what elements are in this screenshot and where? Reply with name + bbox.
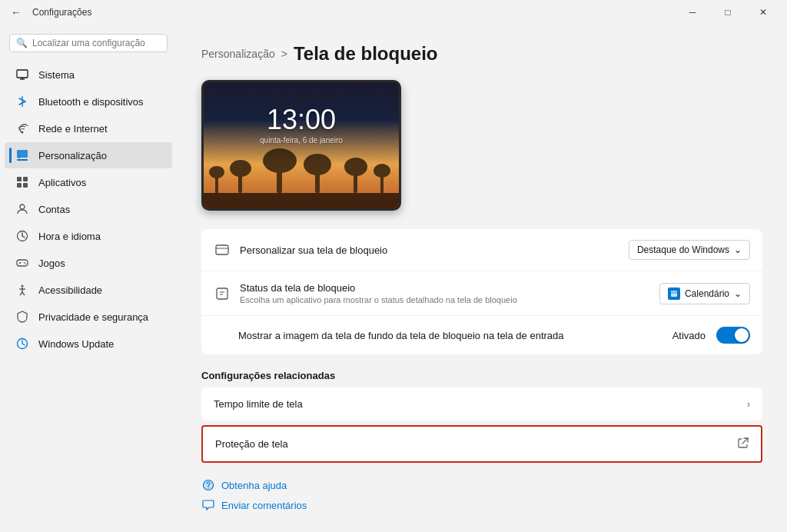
- setting-text: Mostrar a imagem da tela de fundo da tel…: [214, 330, 663, 341]
- svg-rect-16: [17, 260, 28, 266]
- setting-control: Destaque do Windows ⌄: [629, 240, 750, 260]
- status-icon: [214, 285, 231, 302]
- svg-rect-40: [204, 147, 401, 208]
- login-screen-toggle[interactable]: [716, 327, 750, 344]
- sidebar-item-label: Windows Update: [38, 338, 114, 350]
- calendar-icon: [668, 288, 680, 300]
- maximize-button[interactable]: □: [710, 0, 745, 25]
- sidebar-item-label: Hora e idioma: [38, 231, 101, 242]
- external-link-icon: [738, 437, 749, 451]
- related-row-label: Tempo limite de tela: [214, 398, 303, 410]
- personalize-lockscreen-dropdown[interactable]: Destaque do Windows ⌄: [629, 240, 750, 260]
- breadcrumb-parent: Personalização: [201, 48, 275, 60]
- dropdown-value: Calendário: [685, 288, 729, 299]
- breadcrumb-separator: >: [281, 48, 287, 60]
- setting-text: Status da tela de bloqueio Escolha um ap…: [240, 282, 650, 304]
- bluetooth-icon: [15, 95, 29, 108]
- svg-rect-8: [17, 177, 22, 181]
- sidebar-item-label: Personalização: [38, 150, 107, 161]
- page-title: Tela de bloqueio: [294, 43, 438, 65]
- sidebar-item-label: Jogos: [38, 258, 65, 269]
- help-link[interactable]: Obtenha ajuda: [201, 478, 762, 492]
- app-title: Configurações: [32, 7, 91, 18]
- svg-point-4: [22, 131, 24, 134]
- sidebar-item-rede[interactable]: Rede e Internet: [5, 115, 172, 141]
- sidebar: 🔍 Sistema Bluetooth e disposi: [0, 25, 177, 532]
- feedback-link[interactable]: Enviar comentários: [201, 498, 762, 512]
- personalize-icon: [15, 148, 29, 162]
- sidebar-item-acessibilidade[interactable]: Acessibilidade: [5, 277, 172, 303]
- setting-row-personalize: Personalizar sua tela de bloqueio Destaq…: [201, 229, 762, 271]
- setting-text: Personalizar sua tela de bloqueio: [240, 244, 619, 256]
- sidebar-item-bluetooth[interactable]: Bluetooth e dispositivos: [5, 88, 172, 115]
- sidebar-item-privacidade[interactable]: Privacidade e segurança: [5, 304, 172, 330]
- setting-sublabel: Escolha um aplicativo para mostrar o sta…: [240, 295, 650, 304]
- svg-rect-11: [23, 183, 28, 188]
- sidebar-item-label: Aplicativos: [38, 177, 86, 188]
- lockscreen-status-dropdown[interactable]: Calendário ⌄: [659, 283, 750, 304]
- sidebar-item-contas[interactable]: Contas: [5, 196, 172, 222]
- settings-section: Personalizar sua tela de bloqueio Destaq…: [201, 229, 762, 354]
- sidebar-item-aplicativos[interactable]: Aplicativos: [5, 169, 172, 195]
- search-box[interactable]: 🔍: [9, 34, 168, 52]
- feedback-label: Enviar comentários: [221, 500, 307, 511]
- sidebar-item-personalizacao[interactable]: Personalização: [5, 142, 172, 168]
- sidebar-item-label: Contas: [38, 204, 70, 215]
- svg-point-53: [208, 487, 209, 489]
- svg-point-21: [22, 285, 24, 288]
- svg-rect-46: [671, 291, 677, 297]
- sidebar-item-label: Privacidade e segurança: [38, 311, 148, 323]
- sidebar-item-label: Bluetooth e dispositivos: [38, 96, 144, 108]
- svg-point-20: [25, 263, 26, 264]
- sidebar-item-label: Acessibilidade: [38, 284, 102, 296]
- setting-control: Calendário ⌄: [659, 283, 750, 304]
- chevron-down-icon: ⌄: [734, 244, 742, 255]
- svg-line-15: [22, 236, 25, 238]
- search-input[interactable]: [32, 38, 161, 48]
- main-content: Personalização > Tela de bloqueio 13:00 …: [177, 25, 787, 532]
- sidebar-item-sistema[interactable]: Sistema: [5, 62, 172, 88]
- sidebar-item-jogos[interactable]: Jogos: [5, 250, 172, 276]
- svg-point-19: [24, 262, 25, 264]
- related-section-title: Configurações relacionadas: [201, 370, 762, 381]
- accessibility-icon: [15, 283, 29, 297]
- svg-line-24: [20, 292, 22, 295]
- lockscreen-date: quinta-feira, 6 de janeiro: [204, 136, 399, 145]
- sidebar-item-label: Rede e Internet: [38, 123, 108, 135]
- back-button[interactable]: ←: [6, 3, 26, 22]
- chevron-down-icon: ⌄: [734, 288, 742, 299]
- dropdown-value: Destaque do Windows: [637, 244, 729, 255]
- setting-control: Ativado: [672, 327, 750, 344]
- sidebar-item-hora[interactable]: Hora e idioma: [5, 223, 172, 249]
- title-bar-left: ← Configurações: [6, 3, 91, 22]
- toggle-label: Ativado: [672, 330, 706, 341]
- svg-line-50: [742, 438, 748, 444]
- setting-label: Status da tela de bloqueio: [240, 282, 650, 294]
- footer-links: Obtenha ajuda Enviar comentários: [201, 478, 762, 512]
- related-row-protecao-tela[interactable]: Proteção de tela: [201, 425, 762, 463]
- svg-rect-10: [17, 183, 22, 188]
- svg-rect-5: [17, 150, 28, 158]
- apps-icon: [15, 175, 29, 189]
- network-icon: [15, 121, 29, 135]
- setting-label: Mostrar a imagem da tela de fundo da tel…: [238, 330, 663, 341]
- help-icon: [201, 478, 215, 492]
- sidebar-item-label: Sistema: [38, 69, 75, 81]
- setting-row-login-screen: Mostrar a imagem da tela de fundo da tel…: [201, 316, 762, 354]
- setting-row-status: Status da tela de bloqueio Escolha um ap…: [201, 271, 762, 316]
- setting-label: Personalizar sua tela de bloqueio: [240, 244, 619, 256]
- sidebar-item-windows-update[interactable]: Windows Update: [5, 331, 172, 357]
- monitor-icon: [15, 68, 29, 81]
- chevron-right-icon: ›: [747, 399, 750, 410]
- svg-rect-6: [17, 159, 28, 161]
- title-bar: ← Configurações ─ □ ✕: [0, 0, 787, 25]
- clock-icon: [15, 229, 29, 243]
- user-icon: [15, 202, 29, 216]
- svg-rect-41: [216, 245, 228, 254]
- svg-rect-0: [17, 70, 28, 78]
- close-button[interactable]: ✕: [745, 0, 781, 25]
- gamepad-icon: [15, 256, 29, 270]
- svg-rect-9: [23, 177, 28, 181]
- related-row-tempo-limite[interactable]: Tempo limite de tela ›: [201, 387, 762, 421]
- minimize-button[interactable]: ─: [675, 0, 710, 25]
